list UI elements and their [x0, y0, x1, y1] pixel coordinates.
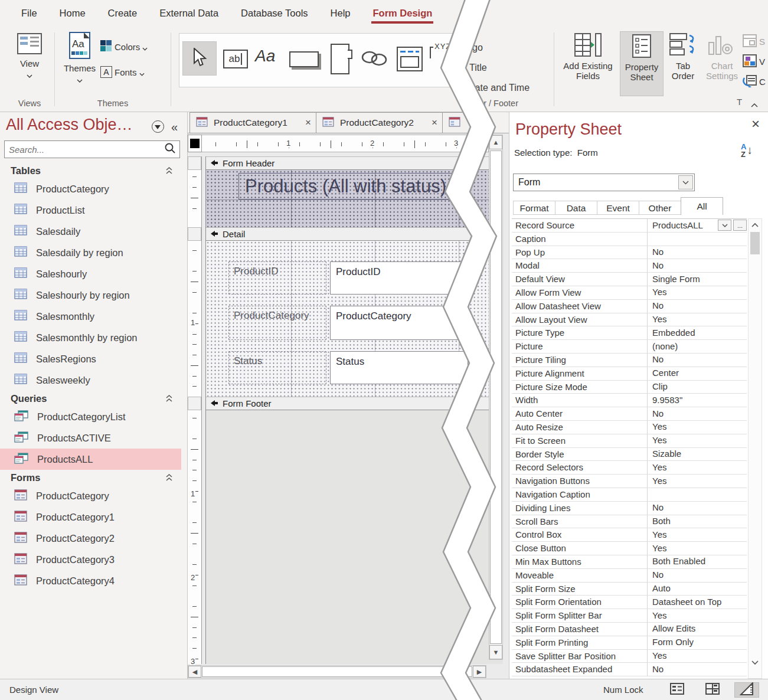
property-row[interactable]: Close Button Yes [512, 542, 747, 555]
record-source-builder-button[interactable]: ... [733, 220, 747, 231]
property-tab[interactable]: Event [597, 201, 639, 215]
tab-control-button[interactable] [331, 44, 349, 74]
close-tab-icon[interactable]: × [432, 117, 437, 129]
property-row[interactable]: Scroll Bars Both [512, 515, 747, 529]
sidebar-item-table[interactable]: SalesRegions [0, 348, 181, 369]
property-value[interactable]: Yes [652, 542, 747, 555]
shutter-bar-close-icon[interactable]: « [171, 121, 178, 133]
sidebar-item-table[interactable]: Salesweekly [0, 369, 181, 391]
property-row[interactable]: Save Splitter Bar Position Yes [512, 650, 747, 663]
sidebar-item-table[interactable]: Saleshourly [0, 263, 181, 284]
property-value[interactable]: No [652, 502, 747, 515]
property-row[interactable]: Dividing Lines No [512, 502, 747, 515]
search-input[interactable] [5, 145, 164, 155]
field-textbox-status[interactable]: Status [330, 351, 468, 384]
record-source-value[interactable]: ProductsALL [652, 219, 716, 232]
form-header-section[interactable]: Products (All with status) [206, 170, 503, 227]
property-value[interactable]: Yes [652, 461, 747, 474]
property-row[interactable]: Subdatasheet Expanded No [512, 663, 747, 676]
record-source-dropdown-icon[interactable] [718, 220, 731, 231]
logo-button-label[interactable]: go [472, 42, 483, 53]
close-icon[interactable]: × [751, 116, 760, 132]
property-row[interactable]: Record Selectors Yes [512, 461, 747, 475]
property-tab[interactable]: Format [513, 201, 555, 215]
convert-macros-button[interactable]: C [743, 74, 766, 89]
property-value[interactable]: Yes [652, 650, 747, 663]
property-row[interactable]: Picture Tiling No [512, 354, 747, 367]
property-sheet-button[interactable]: Property Sheet [620, 31, 664, 96]
property-row[interactable]: Split Form Orientation Datasheet on Top [512, 596, 747, 609]
ribbon-tab[interactable]: Help [322, 4, 359, 22]
property-row[interactable]: Split Form Size Auto [512, 583, 747, 596]
property-value[interactable]: 9.9583" [652, 394, 747, 407]
scroll-up-icon[interactable]: ▲ [489, 135, 502, 149]
sidebar-item-table[interactable]: Salesdaily by region [0, 242, 181, 263]
property-row[interactable]: Allow Layout View Yes [512, 313, 747, 327]
sidebar-item-form[interactable]: ProductCategory [0, 485, 181, 506]
form-view-button[interactable] [668, 682, 686, 698]
property-value[interactable]: Form Only [652, 636, 747, 649]
collapse-section-icon[interactable] [165, 394, 173, 405]
property-row[interactable]: Auto Center No [512, 407, 747, 421]
group-control-button[interactable]: XYZ [430, 43, 457, 76]
field-textbox-productid[interactable]: ProductID [330, 261, 468, 295]
property-row[interactable]: Picture Type Embedded [512, 326, 747, 340]
hyperlink-control-button[interactable] [360, 49, 388, 70]
property-value[interactable]: Single Form [652, 273, 747, 286]
property-row[interactable]: Picture Alignment Center [512, 367, 747, 381]
close-tab-icon[interactable]: × [305, 117, 311, 129]
property-row[interactable]: Pop Up No [512, 246, 747, 260]
section-header-tables[interactable]: Tables [0, 163, 181, 178]
document-tab[interactable]: ProductCategory1 × [189, 112, 316, 133]
chart-settings-button[interactable]: Chart Settings [704, 33, 740, 81]
form-header-bar[interactable]: Form Header [206, 156, 503, 170]
detail-bar[interactable]: Detail [206, 227, 503, 241]
property-row[interactable]: Border Style Sizable [512, 448, 747, 462]
sidebar-item-query[interactable]: ProductsALL [0, 449, 181, 470]
property-row[interactable]: Navigation Caption [512, 488, 747, 502]
property-value[interactable]: Yes [652, 421, 747, 434]
property-row[interactable]: Split Form Splitter Bar Yes [512, 609, 747, 623]
themes-button[interactable]: Aa Themes [61, 32, 98, 84]
vertical-scrollbar[interactable]: ▲ ▼ [489, 135, 503, 660]
colors-button[interactable]: Colors [100, 40, 148, 54]
form-title-label-control[interactable]: Products (All with status) [238, 173, 468, 199]
property-value[interactable]: Center [652, 367, 747, 380]
property-row[interactable]: Auto Resize Yes [512, 421, 747, 434]
property-row[interactable]: Split Form Datasheet Allow Edits [512, 623, 747, 636]
scroll-right-icon[interactable]: ▶ [473, 666, 486, 678]
view-code-button[interactable]: V [743, 54, 765, 69]
title-button-label[interactable]: Title [469, 63, 487, 73]
navigation-control-button[interactable] [397, 47, 423, 71]
sidebar-item-table[interactable]: Salesmonthly by region [0, 327, 181, 348]
ribbon-tab[interactable]: Form Design [364, 4, 440, 22]
sidebar-item-form[interactable]: ProductCategory3 [0, 549, 181, 570]
field-label-status[interactable]: Status [228, 351, 326, 384]
property-row[interactable]: Min Max Buttons Both Enabled [512, 555, 747, 569]
tab-order-button[interactable]: Tab Order [666, 33, 700, 81]
sidebar-item-table[interactable]: Salesdaily [0, 221, 181, 242]
date-time-button-label[interactable]: Date and Time [468, 83, 530, 93]
ribbon-tab[interactable]: File [13, 4, 45, 22]
object-selector-combo[interactable]: Form [513, 174, 695, 191]
collapse-section-icon[interactable] [165, 166, 173, 177]
property-value[interactable]: Sizable [652, 448, 747, 461]
property-grid-scrollbar[interactable] [748, 218, 762, 679]
ribbon-tab[interactable]: Create [100, 4, 146, 22]
property-value[interactable]: No [652, 246, 747, 259]
scroll-up-icon[interactable] [749, 219, 762, 231]
sidebar-item-table[interactable]: Saleshourly by region [0, 284, 181, 306]
section-header-forms[interactable]: Forms [0, 470, 181, 485]
select-tool-button[interactable] [182, 41, 217, 76]
property-tab[interactable]: All [681, 197, 723, 215]
design-view-button[interactable] [734, 682, 759, 698]
property-value[interactable]: No [652, 259, 747, 272]
property-tab[interactable]: Data [555, 201, 597, 215]
collapse-section-icon[interactable] [165, 473, 173, 484]
fonts-button[interactable]: A Fonts [100, 66, 145, 78]
property-row[interactable]: Picture (none) [512, 340, 747, 354]
form-footer-bar[interactable]: Form Footer [206, 397, 503, 410]
property-value[interactable]: Both Enabled [652, 555, 747, 568]
search-icon[interactable] [164, 142, 176, 156]
property-value[interactable]: Yes [652, 313, 747, 326]
